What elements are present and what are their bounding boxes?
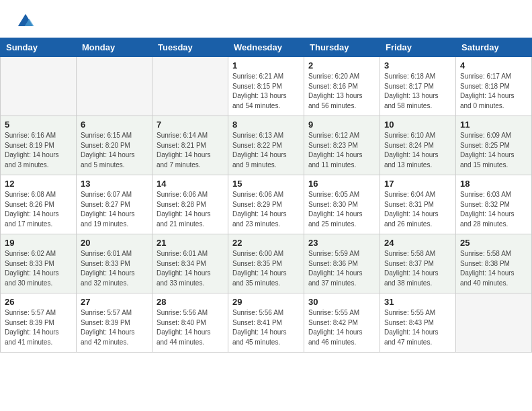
calendar-table: SundayMondayTuesdayWednesdayThursdayFrid… [0,38,532,353]
logo-icon [16,12,35,31]
calendar-day-cell: 23Sunrise: 5:59 AMSunset: 8:36 PMDayligh… [304,234,380,293]
day-info: Sunrise: 5:58 AMSunset: 8:38 PMDaylight:… [460,249,527,288]
day-info: Sunrise: 6:20 AMSunset: 8:16 PMDaylight:… [308,72,375,111]
calendar-day-cell: 17Sunrise: 6:04 AMSunset: 8:31 PMDayligh… [380,175,456,234]
calendar-day-cell: 22Sunrise: 6:00 AMSunset: 8:35 PMDayligh… [228,234,304,293]
day-info: Sunrise: 6:12 AMSunset: 8:23 PMDaylight:… [308,131,375,170]
calendar-day-cell: 26Sunrise: 5:57 AMSunset: 8:39 PMDayligh… [1,293,77,353]
calendar-day-cell [77,57,152,116]
calendar-day-cell: 21Sunrise: 6:01 AMSunset: 8:34 PMDayligh… [152,234,228,293]
day-info: Sunrise: 6:10 AMSunset: 8:24 PMDaylight:… [384,131,451,170]
day-number: 24 [384,238,451,248]
day-info: Sunrise: 6:00 AMSunset: 8:35 PMDaylight:… [232,249,300,288]
day-info: Sunrise: 5:55 AMSunset: 8:42 PMDaylight:… [308,308,375,347]
day-number: 22 [232,238,300,248]
day-number: 17 [384,179,451,189]
calendar-day-cell: 18Sunrise: 6:03 AMSunset: 8:32 PMDayligh… [456,175,532,234]
day-number: 31 [384,297,451,307]
day-number: 10 [384,120,451,130]
day-info: Sunrise: 6:03 AMSunset: 8:32 PMDaylight:… [460,190,527,229]
day-number: 3 [384,60,451,71]
day-number: 28 [157,297,224,307]
day-number: 13 [81,179,148,189]
calendar-day-cell: 2Sunrise: 6:20 AMSunset: 8:16 PMDaylight… [304,57,380,116]
calendar-week-row: 1Sunrise: 6:21 AMSunset: 8:15 PMDaylight… [1,57,532,116]
calendar-day-cell: 24Sunrise: 5:58 AMSunset: 8:37 PMDayligh… [380,234,456,293]
calendar-day-cell: 29Sunrise: 5:56 AMSunset: 8:41 PMDayligh… [228,293,304,353]
calendar-week-row: 12Sunrise: 6:08 AMSunset: 8:26 PMDayligh… [1,175,532,234]
day-info: Sunrise: 5:56 AMSunset: 8:40 PMDaylight:… [157,308,224,347]
day-number: 16 [308,179,375,189]
day-info: Sunrise: 6:07 AMSunset: 8:27 PMDaylight:… [81,190,148,229]
weekday-header-sunday: Sunday [1,38,77,57]
day-number: 5 [5,120,72,130]
day-info: Sunrise: 6:14 AMSunset: 8:21 PMDaylight:… [157,131,224,170]
day-info: Sunrise: 5:55 AMSunset: 8:43 PMDaylight:… [384,308,451,347]
calendar-week-row: 5Sunrise: 6:16 AMSunset: 8:19 PMDaylight… [1,116,532,175]
day-number: 29 [232,297,300,307]
day-number: 2 [308,60,375,71]
day-number: 8 [232,120,300,130]
day-info: Sunrise: 6:08 AMSunset: 8:26 PMDaylight:… [5,190,72,229]
calendar-day-cell: 6Sunrise: 6:15 AMSunset: 8:20 PMDaylight… [77,116,152,175]
day-number: 4 [460,60,527,71]
day-info: Sunrise: 6:06 AMSunset: 8:29 PMDaylight:… [232,190,300,229]
calendar-day-cell [152,57,228,116]
calendar-day-cell: 4Sunrise: 6:17 AMSunset: 8:18 PMDaylight… [456,57,532,116]
day-info: Sunrise: 6:01 AMSunset: 8:34 PMDaylight:… [157,249,224,288]
day-info: Sunrise: 6:09 AMSunset: 8:25 PMDaylight:… [460,131,527,170]
calendar-day-cell [1,57,77,116]
day-number: 25 [460,238,527,248]
calendar-day-cell: 9Sunrise: 6:12 AMSunset: 8:23 PMDaylight… [304,116,380,175]
day-info: Sunrise: 6:16 AMSunset: 8:19 PMDaylight:… [5,131,72,170]
weekday-header-friday: Friday [380,38,456,57]
day-info: Sunrise: 6:01 AMSunset: 8:33 PMDaylight:… [81,249,148,288]
day-number: 30 [308,297,375,307]
day-number: 21 [157,238,224,248]
calendar-day-cell: 15Sunrise: 6:06 AMSunset: 8:29 PMDayligh… [228,175,304,234]
day-number: 20 [81,238,148,248]
day-info: Sunrise: 5:57 AMSunset: 8:39 PMDaylight:… [5,308,72,347]
calendar-day-cell [456,293,532,353]
day-info: Sunrise: 6:18 AMSunset: 8:17 PMDaylight:… [384,72,451,111]
day-info: Sunrise: 5:59 AMSunset: 8:36 PMDaylight:… [308,249,375,288]
calendar-day-cell: 3Sunrise: 6:18 AMSunset: 8:17 PMDaylight… [380,57,456,116]
calendar-day-cell: 27Sunrise: 5:57 AMSunset: 8:39 PMDayligh… [77,293,152,353]
calendar-day-cell: 16Sunrise: 6:05 AMSunset: 8:30 PMDayligh… [304,175,380,234]
weekday-header-thursday: Thursday [304,38,380,57]
day-info: Sunrise: 6:13 AMSunset: 8:22 PMDaylight:… [232,131,300,170]
logo [16,12,36,31]
day-info: Sunrise: 6:02 AMSunset: 8:33 PMDaylight:… [5,249,72,288]
calendar-day-cell: 12Sunrise: 6:08 AMSunset: 8:26 PMDayligh… [1,175,77,234]
calendar-day-cell: 10Sunrise: 6:10 AMSunset: 8:24 PMDayligh… [380,116,456,175]
page-header [0,0,532,38]
calendar-day-cell: 28Sunrise: 5:56 AMSunset: 8:40 PMDayligh… [152,293,228,353]
day-number: 26 [5,297,72,307]
day-number: 14 [157,179,224,189]
day-number: 9 [308,120,375,130]
day-number: 6 [81,120,148,130]
calendar-day-cell: 13Sunrise: 6:07 AMSunset: 8:27 PMDayligh… [77,175,152,234]
calendar-day-cell: 5Sunrise: 6:16 AMSunset: 8:19 PMDaylight… [1,116,77,175]
calendar-day-cell: 25Sunrise: 5:58 AMSunset: 8:38 PMDayligh… [456,234,532,293]
day-number: 18 [460,179,527,189]
calendar-day-cell: 11Sunrise: 6:09 AMSunset: 8:25 PMDayligh… [456,116,532,175]
day-info: Sunrise: 6:04 AMSunset: 8:31 PMDaylight:… [384,190,451,229]
calendar-week-row: 19Sunrise: 6:02 AMSunset: 8:33 PMDayligh… [1,234,532,293]
day-info: Sunrise: 6:21 AMSunset: 8:15 PMDaylight:… [232,72,300,111]
day-number: 15 [232,179,300,189]
calendar-day-cell: 19Sunrise: 6:02 AMSunset: 8:33 PMDayligh… [1,234,77,293]
day-info: Sunrise: 6:06 AMSunset: 8:28 PMDaylight:… [157,190,224,229]
day-info: Sunrise: 5:56 AMSunset: 8:41 PMDaylight:… [232,308,300,347]
weekday-header-tuesday: Tuesday [152,38,228,57]
day-number: 23 [308,238,375,248]
day-info: Sunrise: 5:57 AMSunset: 8:39 PMDaylight:… [81,308,148,347]
day-number: 19 [5,238,72,248]
day-info: Sunrise: 6:05 AMSunset: 8:30 PMDaylight:… [308,190,375,229]
calendar-week-row: 26Sunrise: 5:57 AMSunset: 8:39 PMDayligh… [1,293,532,353]
day-number: 27 [81,297,148,307]
weekday-header-saturday: Saturday [456,38,532,57]
day-info: Sunrise: 6:17 AMSunset: 8:18 PMDaylight:… [460,72,527,111]
weekday-header-wednesday: Wednesday [228,38,304,57]
day-number: 11 [460,120,527,130]
